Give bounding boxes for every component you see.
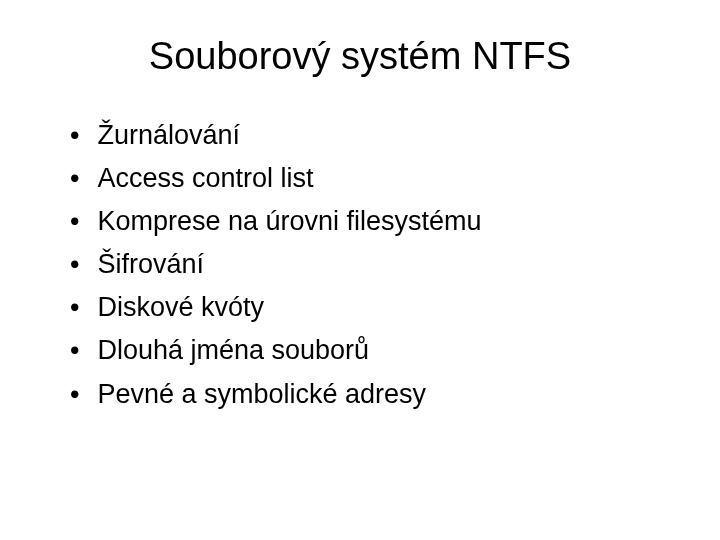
list-item: • Diskové kvóty	[70, 290, 670, 325]
list-item: • Access control list	[70, 161, 670, 196]
bullet-icon: •	[70, 118, 79, 153]
bullet-text: Diskové kvóty	[97, 290, 264, 325]
bullet-text: Access control list	[97, 161, 313, 196]
list-item: • Pevné a symbolické adresy	[70, 377, 670, 412]
bullet-text: Žurnálování	[97, 118, 240, 153]
bullet-text: Šifrování	[97, 247, 204, 282]
list-item: • Dlouhá jména souborů	[70, 333, 670, 368]
list-item: • Šifrování	[70, 247, 670, 282]
bullet-icon: •	[70, 290, 79, 325]
bullet-icon: •	[70, 377, 79, 412]
bullet-text: Dlouhá jména souborů	[97, 333, 369, 368]
bullet-text: Komprese na úrovni filesystému	[97, 204, 481, 239]
bullet-icon: •	[70, 161, 79, 196]
slide-container: Souborový systém NTFS • Žurnálování • Ac…	[0, 0, 720, 540]
list-item: • Komprese na úrovni filesystému	[70, 204, 670, 239]
bullet-text: Pevné a symbolické adresy	[97, 377, 426, 412]
slide-content: • Žurnálování • Access control list • Ko…	[50, 118, 670, 412]
slide-title: Souborový systém NTFS	[50, 35, 670, 78]
bullet-icon: •	[70, 204, 79, 239]
list-item: • Žurnálování	[70, 118, 670, 153]
bullet-icon: •	[70, 333, 79, 368]
bullet-icon: •	[70, 247, 79, 282]
